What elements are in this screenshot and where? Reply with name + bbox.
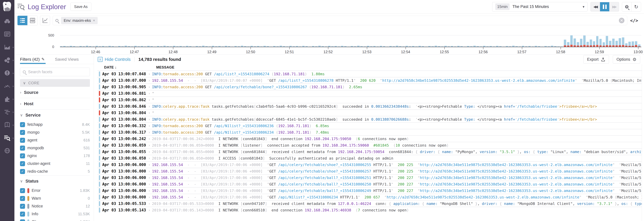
facet-item-mongodb[interactable]: ✓mongodb531 [20, 144, 90, 152]
histogram-bar[interactable] [115, 47, 117, 47]
expand-chevron-icon[interactable]: › [149, 72, 150, 76]
histogram-bar[interactable] [567, 42, 570, 47]
histogram-bar[interactable] [196, 46, 198, 47]
date-column-header[interactable]: DATE ↓ [104, 65, 151, 69]
histogram-bar[interactable] [134, 46, 137, 47]
histogram-bar[interactable] [112, 46, 114, 47]
histogram-bar[interactable] [551, 46, 553, 47]
metrics-icon[interactable]: ▸ [4, 44, 11, 50]
histogram-bar[interactable] [154, 47, 156, 47]
expand-chevron-icon[interactable]: › [149, 98, 150, 102]
monitors-icon[interactable]: ▸ [4, 70, 11, 76]
checkbox-checked[interactable]: ✓ [20, 122, 25, 127]
facet-item-cluster-agent[interactable]: ✓cluster-agent11 [20, 160, 90, 167]
histogram-bar[interactable] [354, 46, 356, 47]
histogram-bar[interactable] [144, 46, 146, 47]
zoom-out-icon[interactable] [622, 2, 632, 11]
histogram-bar[interactable] [257, 46, 259, 47]
histogram-bar[interactable] [373, 46, 376, 47]
facet-item-mongo[interactable]: ✓mongo5.5K [20, 128, 90, 136]
facet-item-nginx[interactable]: ✓nginx178 [20, 152, 90, 160]
histogram-bar[interactable] [486, 46, 489, 47]
log-row[interactable]: Apr 03 13:00:06.059›2019-04-03T17:00:06.… [98, 142, 642, 148]
histogram-bar[interactable] [208, 46, 211, 47]
expand-chevron-icon[interactable]: › [149, 104, 150, 108]
histogram-bar[interactable] [299, 46, 302, 47]
histogram-bar[interactable] [228, 46, 230, 47]
histogram-bar[interactable] [577, 42, 579, 47]
histogram-bar[interactable] [80, 46, 82, 47]
histogram-bar[interactable] [496, 46, 498, 47]
histogram-bar[interactable] [328, 46, 330, 47]
facet-item-info[interactable]: ✓Info11.53K [20, 210, 90, 218]
facet-group-service[interactable]: ∨Service [20, 109, 94, 121]
histogram-bar[interactable] [205, 46, 208, 47]
histogram-bar[interactable] [506, 46, 508, 47]
refresh-icon[interactable]: ↻ [632, 2, 641, 11]
checkbox-checked[interactable]: ✓ [20, 130, 25, 135]
options-button[interactable]: Options ⚙ [613, 55, 640, 64]
histogram-bar[interactable] [238, 46, 240, 47]
histogram-bar[interactable] [402, 46, 405, 47]
histogram-bar[interactable] [76, 47, 78, 47]
histogram-bar[interactable] [376, 46, 379, 47]
histogram-bar[interactable] [528, 46, 531, 47]
facet-item-agent[interactable]: ✓agent616 [20, 136, 90, 144]
save-as-button[interactable]: Save As [70, 3, 91, 11]
expand-chevron-icon[interactable]: › [149, 130, 150, 134]
histogram-bar[interactable] [493, 46, 495, 47]
expand-chevron-icon[interactable]: › [149, 111, 150, 115]
histogram-bar[interactable] [483, 46, 486, 47]
log-row[interactable]: Apr 03 13:00:06.000›192.168.155.54 - - [… [98, 161, 642, 168]
histogram-bar[interactable] [351, 46, 353, 47]
histogram-bar[interactable] [215, 46, 218, 47]
histogram-bar[interactable] [583, 36, 586, 47]
histogram-bar[interactable] [241, 46, 243, 47]
histogram-bar[interactable] [138, 46, 140, 47]
histogram-bar[interactable] [176, 46, 178, 47]
histogram-bar[interactable] [121, 46, 124, 47]
histogram-bar[interactable] [118, 46, 120, 47]
histogram-bar[interactable] [600, 39, 602, 47]
histogram-bar[interactable] [267, 46, 269, 47]
log-row[interactable]: Apr 03 13:00:06.000›192.168.155.54 - - [… [98, 174, 642, 181]
histogram-bar[interactable] [606, 36, 608, 47]
histogram-bar[interactable] [192, 47, 195, 47]
log-row[interactable]: Apr 03 13:00:06.846›INFO:celery.app.trac… [98, 103, 642, 109]
expand-chevron-icon[interactable]: › [149, 182, 150, 186]
tab-saved-views[interactable]: Saved Views [55, 57, 79, 62]
histogram-bar[interactable] [619, 38, 621, 47]
log-row[interactable]: Apr 03 13:00:06.000›192.168.155.54 - - [… [98, 168, 642, 174]
histogram-bar[interactable] [603, 42, 605, 47]
histogram-bar[interactable] [535, 46, 537, 47]
histogram-bar[interactable] [296, 46, 298, 47]
histogram-bar[interactable] [399, 46, 402, 47]
histogram-bar[interactable] [105, 46, 108, 47]
histogram-bar[interactable] [102, 46, 104, 47]
histogram-bar[interactable] [548, 46, 550, 47]
histogram-bar[interactable] [364, 46, 366, 47]
expand-chevron-icon[interactable]: › [149, 150, 150, 154]
export-button[interactable]: Export [584, 55, 609, 64]
histogram-bar[interactable] [183, 46, 185, 47]
histogram-bar[interactable] [89, 46, 92, 47]
log-row[interactable]: Apr 03 13:00:06.242›2019-04-03T17:00:06.… [98, 135, 642, 142]
core-section-header[interactable]: ∨ CORE [20, 79, 90, 87]
histogram-bar[interactable] [412, 46, 414, 47]
histogram-bar[interactable] [92, 46, 95, 47]
histogram-bar[interactable] [499, 46, 502, 47]
histogram-bar[interactable] [570, 35, 573, 47]
histogram-bar[interactable] [586, 42, 589, 47]
histogram-bar[interactable] [250, 46, 253, 47]
expand-chevron-icon[interactable]: › [149, 208, 150, 212]
log-row[interactable]: Apr 03 13:00:07.000›192.168.155.54 - - [… [98, 77, 642, 84]
facet-item-notice[interactable]: ✓Notice12 [20, 202, 90, 210]
histogram-bar[interactable] [247, 46, 250, 47]
facet-group-host[interactable]: ›Host [20, 98, 94, 109]
histogram-bar[interactable] [383, 46, 386, 47]
histogram-bar[interactable] [418, 46, 421, 47]
histogram-bar[interactable] [638, 45, 640, 47]
histogram-bar[interactable] [99, 46, 101, 47]
histogram-bar[interactable] [509, 46, 511, 47]
histogram-bar[interactable] [260, 46, 262, 47]
